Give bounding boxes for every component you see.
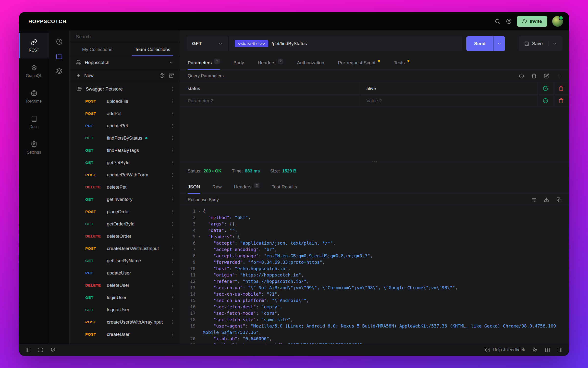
collection-request-item[interactable]: POSTcreateUsersWithArrayInput (70, 316, 180, 328)
collection-request-item[interactable]: POSTuploadFile (70, 95, 180, 107)
more-options-icon[interactable] (170, 111, 175, 116)
more-options-icon[interactable] (170, 160, 175, 165)
tab-body[interactable]: Body (233, 56, 244, 69)
response-tab-test-results[interactable]: Test Results (272, 180, 297, 194)
more-options-icon[interactable] (170, 246, 175, 251)
resize-handle-icon[interactable] (371, 159, 378, 165)
collection-request-item[interactable]: GETgetInventory (70, 193, 180, 206)
more-options-icon[interactable] (170, 283, 175, 288)
more-options-icon[interactable] (170, 136, 175, 141)
more-options-icon[interactable] (170, 258, 175, 263)
collections-tab[interactable]: Team Collections (125, 43, 180, 56)
collection-request-item[interactable]: DELETEdeletePet (70, 181, 180, 193)
tab-authorization[interactable]: Authorization (297, 56, 324, 69)
more-options-icon[interactable] (170, 307, 175, 312)
param-value-input[interactable]: alive (359, 82, 538, 94)
more-options-icon[interactable] (170, 87, 175, 92)
team-selector[interactable]: Hoppscotch (70, 56, 180, 69)
toggle-right-sidebar-icon[interactable] (557, 347, 563, 353)
more-options-icon[interactable] (170, 271, 175, 276)
shield-check-icon[interactable] (50, 347, 56, 353)
param-key-input[interactable]: Parameter 2 (180, 95, 359, 107)
help-circle-icon[interactable] (159, 73, 164, 78)
tool-history[interactable] (53, 36, 65, 48)
layout-columns-icon[interactable] (545, 347, 550, 353)
more-options-icon[interactable] (170, 295, 175, 300)
fold-arrow-icon[interactable]: ▾ (196, 208, 203, 214)
collection-request-item[interactable]: POSTcreateUsersWithListInput (70, 242, 180, 255)
nav-item-docs[interactable]: Docs (19, 109, 49, 135)
collection-request-item[interactable]: DELETEdeleteUser (70, 279, 180, 291)
param-delete-button[interactable] (553, 95, 569, 107)
send-button[interactable]: Send (466, 36, 493, 51)
download-icon[interactable] (544, 197, 549, 202)
add-param-icon[interactable] (556, 73, 562, 79)
tab-headers[interactable]: Headers2 (258, 56, 283, 69)
param-active-toggle[interactable] (538, 82, 553, 94)
copy-icon[interactable] (556, 197, 562, 202)
collection-folder[interactable]: Swagger Petstore (70, 83, 180, 95)
nav-item-rest[interactable]: REST (19, 33, 49, 58)
collection-request-item[interactable]: GETfindPetsByStatus (70, 132, 180, 144)
clear-all-icon[interactable] (531, 73, 537, 79)
collection-request-item[interactable]: GETgetUserByName (70, 255, 180, 267)
more-options-icon[interactable] (170, 123, 175, 128)
tool-collections[interactable] (53, 51, 65, 62)
nav-item-graphql[interactable]: GraphQL (19, 58, 49, 84)
url-input[interactable]: <<baseUrl>> /pet/findByStatus (229, 36, 462, 51)
more-options-icon[interactable] (170, 197, 175, 202)
collection-request-item[interactable]: GETloginUser (70, 291, 180, 304)
more-options-icon[interactable] (170, 209, 175, 214)
tool-environments[interactable] (53, 65, 65, 77)
response-body-code[interactable]: 1▾{2 "method": "GET",3 "args": {},4 "dat… (180, 206, 569, 344)
tab-pre-request-script[interactable]: Pre-request Script (338, 56, 380, 69)
collection-request-item[interactable]: GETlogoutUser (70, 304, 180, 316)
collection-request-item[interactable]: PUTupdatePet (70, 120, 180, 132)
collection-request-item[interactable]: GETgetPetById (70, 157, 180, 169)
nav-item-settings[interactable]: Settings (19, 135, 49, 160)
send-options-button[interactable] (493, 36, 505, 51)
collection-folder[interactable] (70, 341, 180, 344)
help-feedback-button[interactable]: Help & feedback (485, 347, 525, 353)
more-options-icon[interactable] (170, 222, 175, 226)
param-active-toggle[interactable] (538, 95, 553, 107)
more-options-icon[interactable] (170, 234, 175, 239)
collection-request-item[interactable]: POSTplaceOrder (70, 206, 180, 218)
tab-parameters[interactable]: Parameters1 (188, 56, 220, 69)
more-options-icon[interactable] (170, 320, 175, 325)
collection-request-item[interactable]: POSTupdatePetWithForm (70, 169, 180, 181)
invite-button[interactable]: Invite (517, 16, 547, 27)
help-circle-icon[interactable] (519, 73, 524, 79)
search-button[interactable] (492, 16, 503, 27)
expand-icon[interactable] (38, 347, 43, 353)
collection-tree[interactable]: Swagger PetstorePOSTuploadFilePOSTaddPet… (70, 82, 180, 344)
more-options-icon[interactable] (170, 172, 175, 177)
avatar[interactable] (552, 16, 563, 27)
collections-tab[interactable]: My Collections (70, 43, 125, 56)
new-collection-button[interactable]: New (76, 73, 94, 78)
import-export-icon[interactable] (169, 73, 174, 78)
collection-request-item[interactable]: PUTupdateUser (70, 267, 180, 279)
response-tab-headers[interactable]: Headers2 (234, 180, 259, 194)
fold-arrow-icon[interactable]: ▾ (196, 234, 203, 240)
more-options-icon[interactable] (170, 99, 175, 104)
more-options-icon[interactable] (170, 148, 175, 153)
shortcuts-icon[interactable] (532, 347, 538, 353)
collections-search-input[interactable] (76, 34, 174, 39)
response-tab-json[interactable]: JSON (188, 180, 200, 194)
support-button[interactable] (503, 16, 514, 27)
nav-item-realtime[interactable]: Realtime (19, 84, 49, 109)
method-select[interactable]: GET (187, 36, 229, 51)
param-value-input[interactable]: Value 2 (359, 95, 538, 107)
collection-request-item[interactable]: GETfindPetsByTags (70, 144, 180, 157)
param-delete-button[interactable] (553, 82, 569, 94)
edit-icon[interactable] (544, 73, 549, 79)
more-options-icon[interactable] (170, 332, 175, 337)
wrap-lines-icon[interactable] (531, 197, 537, 202)
collection-request-item[interactable]: POSTaddPet (70, 107, 180, 120)
param-key-input[interactable]: status (180, 82, 359, 94)
toggle-sidebar-icon[interactable] (25, 347, 31, 353)
collection-request-item[interactable]: POSTcreateUser (70, 328, 180, 341)
tab-tests[interactable]: Tests (394, 56, 409, 69)
more-options-icon[interactable] (170, 185, 175, 190)
